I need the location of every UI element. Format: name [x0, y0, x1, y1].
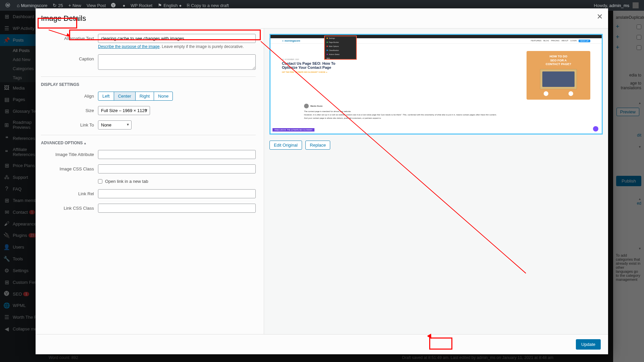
linkto-select[interactable]: None: [98, 120, 132, 130]
link-rel-input[interactable]: [98, 189, 256, 198]
close-button[interactable]: ✕: [591, 8, 608, 25]
wp-logo[interactable]: ⓦ: [3, 0, 14, 11]
display-settings-heading: Display Settings: [41, 82, 256, 87]
align-label: Align: [41, 92, 98, 99]
size-label: Size: [41, 106, 98, 113]
alt-help: Describe the purpose of the image. Leave…: [98, 44, 256, 49]
caption-input[interactable]: [98, 54, 256, 70]
advanced-options-heading[interactable]: Advanced Options: [41, 141, 256, 145]
align-left-button[interactable]: Left: [98, 92, 114, 101]
title-attr-label: Image Title Attribute: [41, 150, 98, 157]
image-details-modal: Image Details ✕ Alternative Text Describ…: [36, 8, 608, 354]
home-icon: ⌂: [17, 3, 19, 8]
plus-icon: +: [68, 3, 71, 8]
open-new-tab[interactable]: Open link in a new tab: [98, 179, 256, 184]
align-none-button[interactable]: None: [154, 92, 173, 101]
flag-icon: ⚑: [158, 3, 162, 8]
copy-icon: ⎘: [187, 3, 190, 8]
align-center-button[interactable]: Center: [114, 92, 136, 101]
replace-button[interactable]: Replace: [305, 141, 330, 150]
preview-highlight: Settings Page Monitor Main Options Class…: [324, 36, 357, 60]
describe-link[interactable]: Describe the purpose of the image: [98, 44, 159, 49]
css-class-input[interactable]: [98, 164, 256, 173]
link-css-input[interactable]: [98, 204, 256, 213]
link-css-label: Link CSS Class: [41, 204, 98, 211]
modal-title: Image Details: [41, 14, 86, 23]
avatar-icon: [633, 2, 639, 8]
link-rel-label: Link Rel: [41, 189, 98, 196]
close-icon: ✕: [597, 12, 603, 21]
size-select[interactable]: Full Size – 1969 × 1129: [98, 106, 150, 115]
edit-original-button[interactable]: Edit Original: [269, 141, 302, 150]
refresh-icon: ↻: [53, 3, 57, 8]
linkto-label: Link To: [41, 120, 98, 127]
open-new-tab-checkbox[interactable]: [98, 179, 102, 184]
update-button[interactable]: Update: [576, 339, 601, 350]
wordpress-icon: ⓦ: [5, 2, 10, 8]
align-group: Left Center Right None: [98, 92, 173, 101]
align-right-button[interactable]: Right: [135, 92, 154, 101]
caption-label: Caption: [41, 54, 98, 61]
css-class-label: Image CSS Class: [41, 164, 98, 171]
image-preview: ⚬ morningscore FEATURES BLOG PRICING ABO…: [269, 34, 603, 135]
alt-text-input[interactable]: [98, 34, 256, 43]
title-attr-input[interactable]: [98, 150, 256, 159]
preview-logo: ⚬ morningscore: [282, 40, 300, 42]
